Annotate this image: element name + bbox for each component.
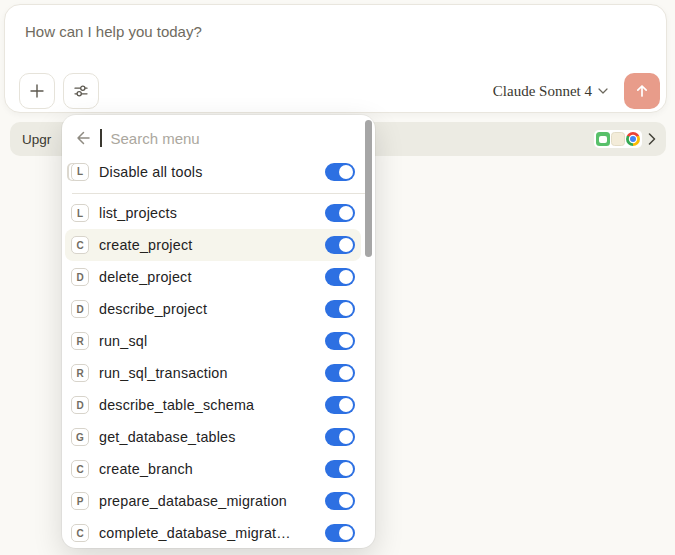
tool-toggle[interactable] bbox=[325, 396, 355, 414]
beige-app-icon bbox=[611, 132, 625, 146]
send-button[interactable] bbox=[624, 73, 660, 109]
banner-right bbox=[594, 130, 656, 148]
tool-toggle[interactable] bbox=[325, 428, 355, 446]
tool-row[interactable]: C create_branch bbox=[65, 453, 361, 485]
tool-letter-badge: D bbox=[71, 396, 89, 414]
model-selector[interactable]: Claude Sonnet 4 bbox=[483, 83, 618, 100]
tool-row[interactable]: D describe_project bbox=[65, 293, 361, 325]
tool-label: describe_table_schema bbox=[99, 397, 315, 413]
tool-toggle[interactable] bbox=[325, 332, 355, 350]
model-selector-label: Claude Sonnet 4 bbox=[493, 83, 592, 100]
chevron-down-icon bbox=[598, 88, 608, 94]
tool-toggle[interactable] bbox=[325, 236, 355, 254]
tool-letter-badge: C bbox=[71, 236, 89, 254]
chevron-right-icon[interactable] bbox=[648, 133, 656, 145]
green-app-icon bbox=[596, 132, 610, 146]
composer-toolbar: Claude Sonnet 4 bbox=[19, 73, 660, 109]
tool-label: list_projects bbox=[99, 205, 315, 221]
tool-letter-badge: L bbox=[71, 204, 89, 222]
disable-all-letter-badge: L bbox=[71, 163, 89, 181]
arrow-up-icon bbox=[634, 83, 650, 99]
tool-label: describe_project bbox=[99, 301, 315, 317]
tool-row[interactable]: R run_sql_transaction bbox=[65, 357, 361, 389]
tool-toggle[interactable] bbox=[325, 300, 355, 318]
disable-all-label: Disable all tools bbox=[99, 164, 315, 180]
menu-divider bbox=[72, 193, 365, 194]
tool-label: run_sql_transaction bbox=[99, 365, 315, 381]
tool-toggle[interactable] bbox=[325, 268, 355, 286]
arrow-left-icon[interactable] bbox=[74, 129, 92, 147]
text-caret bbox=[100, 129, 102, 147]
chrome-icon bbox=[626, 132, 640, 146]
tool-toggle[interactable] bbox=[325, 460, 355, 478]
tool-toggle[interactable] bbox=[325, 492, 355, 510]
plus-icon bbox=[29, 83, 45, 99]
tool-toggle[interactable] bbox=[325, 204, 355, 222]
tool-letter-badge: C bbox=[71, 460, 89, 478]
tool-letter-badge: P bbox=[71, 492, 89, 510]
chat-composer[interactable]: How can I help you today? Claude Sonnet … bbox=[4, 4, 667, 113]
tool-row[interactable]: R run_sql bbox=[65, 325, 361, 357]
sliders-icon bbox=[73, 83, 89, 99]
tool-label: get_database_tables bbox=[99, 429, 315, 445]
tool-label: create_branch bbox=[99, 461, 315, 477]
scrollbar-thumb[interactable] bbox=[365, 120, 372, 257]
tool-letter-badge: R bbox=[71, 332, 89, 350]
disable-all-tools-row[interactable]: L Disable all tools bbox=[62, 155, 375, 188]
tool-toggle[interactable] bbox=[325, 524, 355, 542]
tool-letter-badge: C bbox=[71, 524, 89, 542]
tool-row[interactable]: L list_projects bbox=[65, 197, 361, 229]
app-icons-group bbox=[594, 130, 642, 148]
tool-toggle[interactable] bbox=[325, 364, 355, 382]
tool-label: complete_database_migrat… bbox=[99, 525, 315, 541]
tool-row[interactable]: D describe_table_schema bbox=[65, 389, 361, 421]
tool-label: create_project bbox=[99, 237, 315, 253]
attach-button[interactable] bbox=[19, 73, 55, 109]
tools-menu-button[interactable] bbox=[63, 73, 99, 109]
tool-row[interactable]: G get_database_tables bbox=[65, 421, 361, 453]
tool-list: L list_projects C create_project D delet… bbox=[62, 197, 375, 548]
search-input[interactable] bbox=[110, 130, 364, 147]
tool-letter-badge: R bbox=[71, 364, 89, 382]
menu-search-row bbox=[62, 121, 375, 155]
disable-all-toggle[interactable] bbox=[325, 163, 355, 181]
tool-letter-badge: D bbox=[71, 268, 89, 286]
tool-label: prepare_database_migration bbox=[99, 493, 315, 509]
tool-row[interactable]: C create_project bbox=[65, 229, 361, 261]
tool-label: delete_project bbox=[99, 269, 315, 285]
tool-letter-badge: D bbox=[71, 300, 89, 318]
tool-row[interactable]: D delete_project bbox=[65, 261, 361, 293]
tool-row[interactable]: P prepare_database_migration bbox=[65, 485, 361, 517]
composer-placeholder: How can I help you today? bbox=[25, 23, 202, 40]
tool-label: run_sql bbox=[99, 333, 315, 349]
tools-dropdown-menu: L Disable all tools L list_projects C cr… bbox=[62, 115, 375, 548]
tool-row[interactable]: C complete_database_migrat… bbox=[65, 517, 361, 548]
tool-letter-badge: G bbox=[71, 428, 89, 446]
upgrade-banner-label: Upgr bbox=[22, 132, 51, 147]
